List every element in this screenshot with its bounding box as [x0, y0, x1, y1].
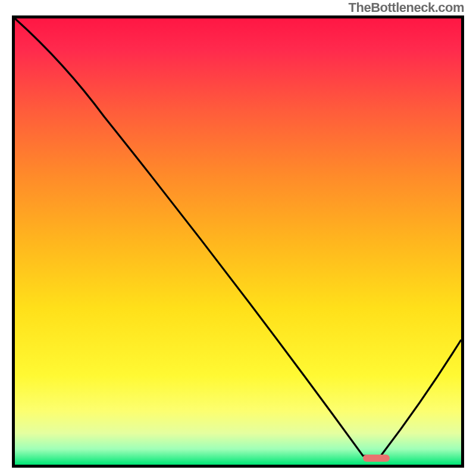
chart-plot-area [12, 15, 464, 468]
optimal-range-marker [363, 455, 390, 462]
watermark-text: TheBottleneck.com [349, 0, 464, 15]
curve-layer [15, 18, 461, 465]
bottleneck-curve [15, 18, 461, 456]
